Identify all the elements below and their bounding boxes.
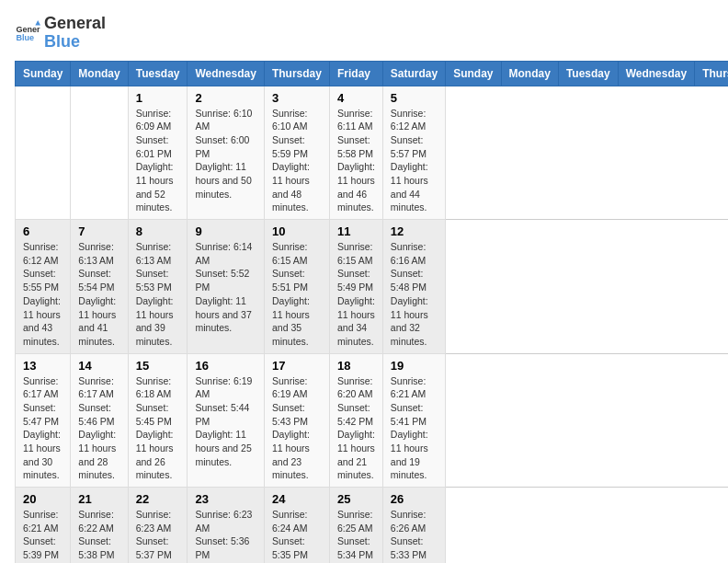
day-info: Sunrise: 6:25 AM Sunset: 5:34 PM Dayligh… bbox=[337, 508, 375, 563]
day-number: 5 bbox=[391, 91, 438, 105]
calendar-cell: 14Sunrise: 6:17 AM Sunset: 5:46 PM Dayli… bbox=[71, 353, 128, 488]
calendar-cell: 20Sunrise: 6:21 AM Sunset: 5:39 PM Dayli… bbox=[16, 488, 71, 563]
day-number: 26 bbox=[391, 492, 438, 506]
calendar-cell bbox=[71, 86, 128, 220]
day-number: 8 bbox=[136, 224, 180, 238]
calendar-cell bbox=[16, 86, 71, 220]
day-number: 14 bbox=[78, 359, 119, 373]
day-info: Sunrise: 6:24 AM Sunset: 5:35 PM Dayligh… bbox=[272, 508, 322, 563]
calendar-cell: 17Sunrise: 6:19 AM Sunset: 5:43 PM Dayli… bbox=[264, 353, 329, 488]
day-info: Sunrise: 6:19 AM Sunset: 5:43 PM Dayligh… bbox=[272, 374, 322, 483]
calendar-cell: 21Sunrise: 6:22 AM Sunset: 5:38 PM Dayli… bbox=[71, 488, 128, 563]
day-info: Sunrise: 6:18 AM Sunset: 5:45 PM Dayligh… bbox=[136, 374, 180, 483]
day-info: Sunrise: 6:11 AM Sunset: 5:58 PM Dayligh… bbox=[337, 107, 375, 215]
calendar-week-row: 6Sunrise: 6:12 AM Sunset: 5:55 PM Daylig… bbox=[16, 220, 729, 354]
day-info: Sunrise: 6:10 AM Sunset: 5:59 PM Dayligh… bbox=[272, 107, 322, 215]
day-info: Sunrise: 6:21 AM Sunset: 5:39 PM Dayligh… bbox=[23, 508, 63, 563]
day-info: Sunrise: 6:21 AM Sunset: 5:41 PM Dayligh… bbox=[391, 374, 438, 483]
svg-marker-2 bbox=[35, 20, 40, 26]
day-number: 6 bbox=[23, 224, 63, 238]
calendar-header-row: SundayMondayTuesdayWednesdayThursdayFrid… bbox=[16, 61, 729, 86]
logo-general-text: General bbox=[44, 15, 106, 33]
weekday-header: Friday bbox=[329, 61, 382, 86]
day-number: 7 bbox=[78, 224, 119, 238]
day-number: 15 bbox=[136, 359, 180, 373]
calendar-cell: 7Sunrise: 6:13 AM Sunset: 5:54 PM Daylig… bbox=[71, 220, 128, 354]
day-number: 25 bbox=[337, 492, 375, 506]
weekday-header-wednesday: Wednesday bbox=[618, 61, 694, 86]
weekday-header: Tuesday bbox=[128, 61, 188, 86]
day-number: 19 bbox=[391, 359, 438, 373]
logo-icon: General Blue bbox=[15, 20, 40, 46]
calendar-cell: 3Sunrise: 6:10 AM Sunset: 5:59 PM Daylig… bbox=[264, 86, 329, 220]
day-number: 21 bbox=[78, 492, 119, 506]
day-number: 17 bbox=[272, 359, 322, 373]
day-number: 3 bbox=[272, 91, 322, 105]
day-info: Sunrise: 6:15 AM Sunset: 5:51 PM Dayligh… bbox=[272, 240, 322, 349]
day-info: Sunrise: 6:09 AM Sunset: 6:01 PM Dayligh… bbox=[136, 107, 180, 215]
calendar-cell: 15Sunrise: 6:18 AM Sunset: 5:45 PM Dayli… bbox=[128, 353, 188, 488]
calendar-cell: 12Sunrise: 6:16 AM Sunset: 5:48 PM Dayli… bbox=[382, 220, 445, 354]
calendar-cell: 26Sunrise: 6:26 AM Sunset: 5:33 PM Dayli… bbox=[382, 488, 445, 563]
day-info: Sunrise: 6:13 AM Sunset: 5:53 PM Dayligh… bbox=[136, 240, 180, 349]
day-number: 13 bbox=[23, 359, 63, 373]
day-info: Sunrise: 6:10 AM Sunset: 6:00 PM Dayligh… bbox=[195, 107, 256, 201]
day-info: Sunrise: 6:22 AM Sunset: 5:38 PM Dayligh… bbox=[78, 508, 119, 563]
weekday-header-sunday: Sunday bbox=[446, 61, 501, 86]
day-number: 4 bbox=[337, 91, 375, 105]
calendar-cell: 2Sunrise: 6:10 AM Sunset: 6:00 PM Daylig… bbox=[188, 86, 264, 220]
logo: General Blue General Blue bbox=[15, 15, 106, 52]
calendar-cell: 19Sunrise: 6:21 AM Sunset: 5:41 PM Dayli… bbox=[382, 353, 445, 488]
page-header: General Blue General Blue bbox=[15, 15, 713, 52]
day-info: Sunrise: 6:23 AM Sunset: 5:36 PM Dayligh… bbox=[195, 508, 256, 563]
calendar-cell: 16Sunrise: 6:19 AM Sunset: 5:44 PM Dayli… bbox=[188, 353, 264, 488]
logo-blue-text: Blue bbox=[44, 33, 106, 52]
weekday-header-tuesday: Tuesday bbox=[558, 61, 618, 86]
day-number: 16 bbox=[195, 359, 256, 373]
calendar-cell: 23Sunrise: 6:23 AM Sunset: 5:36 PM Dayli… bbox=[188, 488, 264, 563]
day-info: Sunrise: 6:14 AM Sunset: 5:52 PM Dayligh… bbox=[195, 240, 256, 335]
day-number: 20 bbox=[23, 492, 63, 506]
calendar-week-row: 1Sunrise: 6:09 AM Sunset: 6:01 PM Daylig… bbox=[16, 86, 729, 220]
calendar-cell: 13Sunrise: 6:17 AM Sunset: 5:47 PM Dayli… bbox=[16, 353, 71, 488]
day-info: Sunrise: 6:23 AM Sunset: 5:37 PM Dayligh… bbox=[136, 508, 180, 563]
day-number: 1 bbox=[136, 91, 180, 105]
day-info: Sunrise: 6:26 AM Sunset: 5:33 PM Dayligh… bbox=[391, 508, 438, 563]
day-info: Sunrise: 6:20 AM Sunset: 5:42 PM Dayligh… bbox=[337, 374, 375, 483]
calendar-week-row: 13Sunrise: 6:17 AM Sunset: 5:47 PM Dayli… bbox=[16, 353, 729, 488]
calendar-cell: 1Sunrise: 6:09 AM Sunset: 6:01 PM Daylig… bbox=[128, 86, 188, 220]
day-number: 9 bbox=[195, 224, 256, 238]
day-number: 18 bbox=[337, 359, 375, 373]
calendar-week-row: 20Sunrise: 6:21 AM Sunset: 5:39 PM Dayli… bbox=[16, 488, 729, 563]
day-number: 11 bbox=[337, 224, 375, 238]
calendar-cell: 9Sunrise: 6:14 AM Sunset: 5:52 PM Daylig… bbox=[188, 220, 264, 354]
day-info: Sunrise: 6:16 AM Sunset: 5:48 PM Dayligh… bbox=[391, 240, 438, 349]
day-number: 23 bbox=[195, 492, 256, 506]
calendar-cell: 5Sunrise: 6:12 AM Sunset: 5:57 PM Daylig… bbox=[382, 86, 445, 220]
day-info: Sunrise: 6:12 AM Sunset: 5:55 PM Dayligh… bbox=[23, 240, 63, 349]
day-number: 10 bbox=[272, 224, 322, 238]
weekday-header: Thursday bbox=[264, 61, 329, 86]
svg-text:Blue: Blue bbox=[16, 33, 34, 42]
calendar-cell: 22Sunrise: 6:23 AM Sunset: 5:37 PM Dayli… bbox=[128, 488, 188, 563]
svg-text:General: General bbox=[16, 24, 40, 33]
calendar-cell: 25Sunrise: 6:25 AM Sunset: 5:34 PM Dayli… bbox=[329, 488, 382, 563]
day-info: Sunrise: 6:17 AM Sunset: 5:47 PM Dayligh… bbox=[23, 374, 63, 483]
weekday-header: Wednesday bbox=[188, 61, 264, 86]
day-info: Sunrise: 6:12 AM Sunset: 5:57 PM Dayligh… bbox=[391, 107, 438, 215]
weekday-header-monday: Monday bbox=[501, 61, 558, 86]
weekday-header-thursday: Thursday bbox=[695, 61, 728, 86]
calendar-cell: 6Sunrise: 6:12 AM Sunset: 5:55 PM Daylig… bbox=[16, 220, 71, 354]
weekday-header: Sunday bbox=[16, 61, 71, 86]
day-number: 24 bbox=[272, 492, 322, 506]
day-number: 12 bbox=[391, 224, 438, 238]
calendar-cell: 10Sunrise: 6:15 AM Sunset: 5:51 PM Dayli… bbox=[264, 220, 329, 354]
calendar-cell: 11Sunrise: 6:15 AM Sunset: 5:49 PM Dayli… bbox=[329, 220, 382, 354]
day-info: Sunrise: 6:19 AM Sunset: 5:44 PM Dayligh… bbox=[195, 374, 256, 469]
day-info: Sunrise: 6:15 AM Sunset: 5:49 PM Dayligh… bbox=[337, 240, 375, 349]
calendar-cell: 4Sunrise: 6:11 AM Sunset: 5:58 PM Daylig… bbox=[329, 86, 382, 220]
calendar-cell: 24Sunrise: 6:24 AM Sunset: 5:35 PM Dayli… bbox=[264, 488, 329, 563]
day-number: 22 bbox=[136, 492, 180, 506]
calendar-cell: 8Sunrise: 6:13 AM Sunset: 5:53 PM Daylig… bbox=[128, 220, 188, 354]
day-number: 2 bbox=[195, 91, 256, 105]
